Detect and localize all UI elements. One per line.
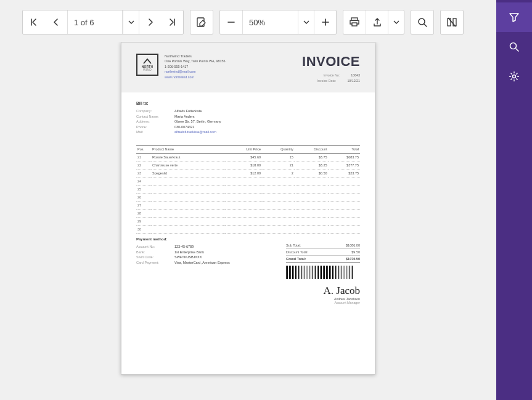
billto-grid: Company:Alfreds Futterkiste Contact Name…	[136, 109, 360, 134]
next-page-button[interactable]	[139, 10, 161, 34]
first-page-button[interactable]	[23, 10, 45, 34]
cell-discount	[295, 186, 329, 194]
invoice-header: NORTH WIND Northwind Traders One Portals…	[121, 43, 375, 92]
cell-qty	[262, 210, 295, 218]
page-indicator[interactable]: 1 of 6	[67, 10, 123, 34]
cell-total	[329, 218, 361, 226]
cell-unit: $18.00	[225, 161, 262, 169]
phone-value: 030-0074321	[174, 125, 360, 129]
cell-qty	[262, 178, 295, 186]
cell-unit	[225, 218, 262, 226]
export-dropdown-toggle[interactable]	[388, 10, 404, 34]
invoice-date-label: Invoice Date:	[317, 78, 336, 84]
mail-label: Mail:	[136, 130, 174, 134]
editor-group	[190, 10, 213, 35]
address-value: Obere Str. 57, Berlin, Germany	[174, 120, 360, 123]
cell-unit	[225, 178, 262, 186]
company-value: Alfreds Futterkiste	[174, 109, 360, 113]
cell-discount	[295, 226, 329, 234]
cell-discount	[295, 202, 329, 210]
subtotal-label: Sub Total:	[286, 243, 301, 247]
bank-label: Bank:	[136, 250, 174, 254]
cell-pos: 22	[136, 161, 151, 169]
payment-heading: Payment method:	[136, 237, 274, 241]
subtotal-value: $1086.00	[346, 243, 360, 247]
export-button[interactable]	[366, 10, 388, 34]
cell-qty	[262, 226, 295, 234]
signature-script: A. Jacob	[286, 285, 360, 296]
table-row: 27	[136, 202, 360, 210]
cell-total	[329, 186, 361, 194]
cell-pos: 28	[136, 210, 151, 218]
cell-total: $23.75	[329, 169, 361, 178]
print-button[interactable]	[343, 10, 366, 34]
sender-info: Northwind Traders One Portals Way, Twin …	[165, 54, 226, 80]
toolbar: 1 of 6 50%	[0, 0, 496, 42]
cell-pos: 21	[136, 153, 151, 161]
edit-button[interactable]	[190, 10, 213, 34]
cell-qty	[262, 186, 295, 194]
filter-button[interactable]	[496, 2, 532, 32]
prev-page-button[interactable]	[45, 10, 67, 34]
discount-total-value: $9.50	[351, 250, 360, 254]
table-row: 29	[136, 218, 360, 226]
cell-product: Chartreuse verte	[151, 161, 225, 169]
cell-discount: $3.75	[295, 153, 329, 161]
cell-product	[151, 178, 225, 186]
page-dropdown-toggle[interactable]	[123, 10, 139, 34]
cell-total: $377.75	[329, 161, 361, 169]
table-row: 24	[136, 178, 360, 186]
cell-qty: 15	[262, 153, 295, 161]
cell-discount: $3.25	[295, 161, 329, 169]
cell-product: Rossie Sauerkraut	[151, 153, 225, 161]
settings-button[interactable]	[496, 62, 532, 91]
contact-label: Contact Name:	[136, 115, 174, 118]
cell-product: Spegesild	[151, 169, 225, 178]
table-row: 22Chartreuse verte$18.0021$3.25$377.75	[136, 161, 360, 169]
zoom-out-button[interactable]	[220, 10, 242, 34]
sender-address: One Portals Way, Twin Points WA, 98156	[165, 59, 226, 63]
sender-phone: 1-206-555-1417	[165, 64, 226, 69]
cell-product	[151, 218, 225, 226]
cell-pos: 25	[136, 186, 151, 194]
multipage-toggle-button[interactable]	[441, 10, 463, 34]
cell-discount: $0.50	[295, 169, 329, 178]
search-button[interactable]	[411, 10, 433, 34]
barcode	[286, 266, 354, 279]
cell-total	[329, 178, 361, 186]
sender-web: www.northwind.com	[165, 75, 226, 80]
invoice-title: INVOICE	[302, 54, 360, 70]
zoom-group: 50%	[219, 10, 337, 35]
zoom-in-button[interactable]	[314, 10, 336, 34]
table-row: 30	[136, 226, 360, 234]
cell-unit	[225, 210, 262, 218]
cell-total	[329, 210, 361, 218]
zoom-dropdown-toggle[interactable]	[298, 10, 314, 34]
svg-point-8	[513, 75, 516, 78]
col-product: Product Name	[151, 145, 225, 153]
cell-pos: 23	[136, 169, 151, 178]
totals-block: Sub Total:$1086.00 Discount Total:$9.50 …	[286, 242, 360, 263]
col-qty: Quantity	[262, 145, 295, 153]
cell-product	[151, 194, 225, 202]
grand-total-value: $1076.50	[346, 257, 360, 261]
cell-qty	[262, 218, 295, 226]
bank-value: 1st Enterprise Bank	[174, 250, 274, 254]
address-label: Address:	[136, 120, 174, 123]
cell-unit	[225, 194, 262, 202]
zoom-level[interactable]: 50%	[242, 10, 298, 34]
sidebar-search-button[interactable]	[496, 32, 532, 62]
col-discount: Discount	[295, 145, 329, 153]
document-page: NORTH WIND Northwind Traders One Portals…	[121, 42, 375, 375]
company-logo: NORTH WIND	[136, 54, 158, 76]
output-group	[343, 10, 404, 35]
grand-total-label: Grand Total:	[286, 257, 306, 261]
cell-product	[151, 210, 225, 218]
cell-product	[151, 186, 225, 194]
billto-heading: Bill to:	[136, 101, 360, 105]
last-page-button[interactable]	[161, 10, 183, 34]
svg-rect-3	[352, 23, 357, 26]
cell-total: $683.75	[329, 153, 361, 161]
cell-product	[151, 226, 225, 234]
cell-total	[329, 202, 361, 210]
